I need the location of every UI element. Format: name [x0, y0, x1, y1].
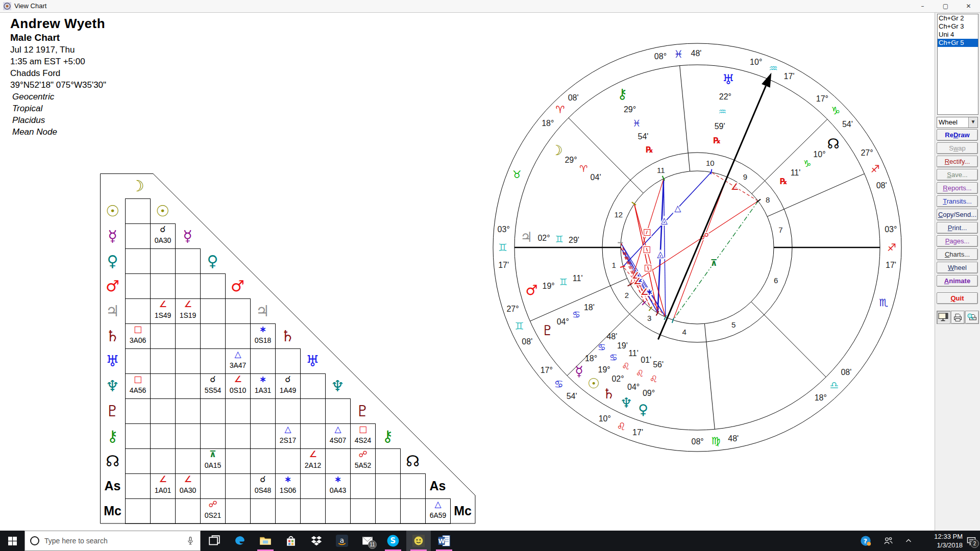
svg-text:19': 19': [617, 341, 628, 350]
chart-coords: 39°N52'18" 075°W35'30": [10, 80, 106, 90]
svg-text:48': 48': [606, 332, 617, 341]
svg-text:11: 11: [657, 166, 665, 174]
svg-text:10: 10: [706, 159, 715, 167]
button-wheelstyle[interactable]: Wheel Style...: [937, 262, 978, 273]
maximize-button[interactable]: ▢: [934, 0, 957, 12]
svg-text:9: 9: [743, 172, 747, 181]
chart-list[interactable]: Ch+Gr 2Ch+Gr 3Uni 4Ch+Gr 5: [937, 14, 978, 115]
svg-text:∠: ∠: [633, 276, 641, 286]
svg-text:8: 8: [766, 195, 770, 204]
hidden-icons-chevron-icon[interactable]: [899, 531, 918, 551]
button-print[interactable]: Print...: [937, 222, 978, 234]
svg-text:℞: ℞: [780, 177, 787, 186]
svg-text:27°: 27°: [506, 305, 519, 313]
button-transits[interactable]: Transits...: [937, 195, 978, 207]
button-pages[interactable]: Pages...: [937, 235, 978, 247]
clock[interactable]: 12:33 PM1/3/2018: [920, 532, 963, 551]
task-view-icon[interactable]: [202, 531, 227, 551]
close-button[interactable]: ✕: [957, 0, 980, 12]
svg-text:☊: ☊: [827, 136, 839, 152]
button-copysend[interactable]: Copy/Send...: [937, 209, 978, 220]
svg-text:02°: 02°: [537, 234, 550, 242]
store-icon[interactable]: [279, 531, 303, 551]
svg-text:29°: 29°: [624, 105, 636, 114]
sidebar: Ch+Gr 2Ch+Gr 3Uni 4Ch+Gr 5 Wheel ▼ ReDra…: [935, 13, 980, 531]
button-animate[interactable]: Animate: [937, 275, 978, 287]
button-charts[interactable]: Charts...: [937, 248, 978, 260]
action-center-icon[interactable]: 2: [963, 531, 980, 551]
svg-text:♋: ♋: [572, 309, 580, 320]
view-mode-value: Wheel: [939, 118, 958, 126]
svg-text:11': 11': [791, 168, 801, 177]
skype-icon[interactable]: S: [381, 531, 405, 551]
grid-outline: [100, 173, 478, 525]
svg-text:♑: ♑: [831, 105, 840, 117]
edge-icon[interactable]: [228, 531, 252, 551]
amazon-icon[interactable]: a: [330, 531, 354, 551]
button-redraw[interactable]: ReDraw: [937, 129, 978, 141]
svg-text:♅: ♅: [722, 71, 734, 87]
svg-text:♒: ♒: [718, 106, 726, 117]
chart-time: 1:35 am EST +5:00: [10, 57, 106, 67]
print-view-icon-button[interactable]: [951, 311, 965, 324]
svg-text:7: 7: [778, 226, 782, 234]
chart-list-item-4[interactable]: Ch+Gr 5: [938, 39, 978, 47]
svg-text:22°: 22°: [719, 92, 731, 101]
mail-badge: 11: [368, 540, 377, 549]
svg-text:17': 17': [632, 428, 643, 437]
help-icon[interactable]: ?: [855, 531, 876, 551]
chart-list-item-2[interactable]: Ch+Gr 3: [938, 22, 978, 31]
dropbox-icon[interactable]: [304, 531, 329, 551]
astro-app-icon[interactable]: [406, 531, 431, 551]
screen-view-icon-button[interactable]: [937, 311, 950, 324]
people-icon[interactable]: [878, 531, 898, 551]
svg-text:♑: ♑: [803, 158, 812, 169]
svg-text:48': 48': [691, 49, 702, 58]
svg-text:⊼: ⊼: [710, 258, 718, 268]
svg-text:17°: 17°: [541, 366, 553, 374]
svg-text:♓: ♓: [674, 48, 683, 60]
minimize-button[interactable]: –: [911, 0, 934, 12]
svg-text:3: 3: [647, 314, 651, 322]
svg-text:17°: 17°: [816, 94, 828, 103]
svg-text:♊: ♊: [498, 241, 507, 254]
svg-text:08': 08': [841, 368, 851, 377]
svg-text:♌: ♌: [636, 368, 644, 379]
microphone-icon[interactable]: [186, 536, 195, 547]
svg-text:08': 08': [876, 181, 887, 190]
svg-text:♇: ♇: [542, 322, 554, 338]
svg-text:29°: 29°: [565, 156, 577, 164]
search-input[interactable]: Type here to search: [24, 531, 201, 551]
taskbar: Type here to search a11SW ?12:33 PM1/3/2…: [0, 531, 980, 551]
svg-text:10°: 10°: [813, 150, 825, 159]
chart-list-item-3[interactable]: Uni 4: [938, 31, 978, 39]
svg-text:♀: ♀: [638, 402, 648, 417]
chevron-down-icon[interactable]: ▼: [968, 117, 977, 128]
button-rectify[interactable]: Rectify...: [937, 156, 978, 167]
svg-text:03°: 03°: [885, 225, 897, 234]
print-preview-icon-button[interactable]: [965, 311, 979, 324]
svg-text:♋: ♋: [609, 352, 618, 363]
button-save[interactable]: Save...: [937, 169, 978, 181]
svg-text:△: △: [674, 203, 681, 213]
svg-text:04°: 04°: [557, 317, 569, 326]
chart-list-item-1[interactable]: Ch+Gr 2: [938, 14, 978, 22]
explorer-icon[interactable]: [253, 531, 278, 551]
svg-text:☿: ☿: [575, 363, 583, 379]
button-reports[interactable]: Reports...: [937, 182, 978, 194]
word-icon[interactable]: W: [432, 531, 456, 551]
svg-text:08°: 08°: [692, 437, 704, 446]
chart-name: Andrew Wyeth: [10, 16, 106, 32]
svg-text:04': 04': [591, 173, 601, 182]
quit-button[interactable]: Quit: [937, 292, 978, 304]
svg-text:56': 56': [653, 360, 664, 369]
svg-text:08': 08': [568, 93, 579, 102]
mail-icon[interactable]: 11: [355, 531, 380, 551]
start-button[interactable]: [0, 531, 24, 551]
aspect-grid: ☽☉☉☿☌0A30☿♀♀♂♂♃∠1S49∠1S19♃♄□3A06∗0S18♄♅△…: [100, 173, 478, 525]
svg-text:♌: ♌: [622, 361, 630, 371]
button-swap[interactable]: Swap: [937, 142, 978, 154]
cortana-icon: [30, 536, 39, 545]
svg-text:1: 1: [611, 261, 616, 269]
view-mode-dropdown[interactable]: Wheel ▼: [937, 117, 978, 128]
